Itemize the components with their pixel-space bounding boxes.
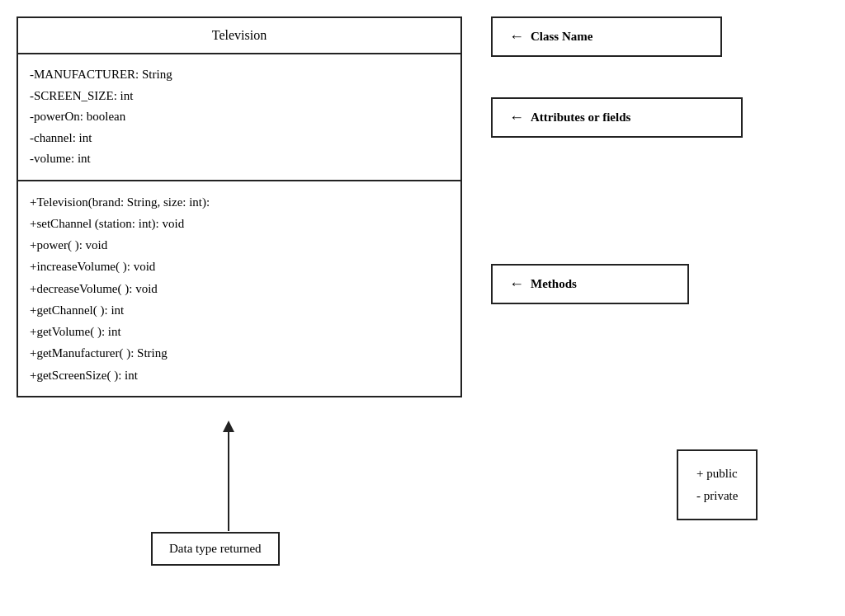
arrow-line xyxy=(228,432,229,531)
methods-arrow-icon: ← xyxy=(509,275,524,293)
visibility-legend: + public - private xyxy=(677,449,758,520)
attributes-annotation: ← Attributes or fields xyxy=(491,97,743,138)
uml-class-box: Television -MANUFACTURER: String -SCREEN… xyxy=(17,16,462,397)
class-name-arrow-icon: ← xyxy=(509,28,524,45)
class-name-section: Television xyxy=(18,18,460,54)
data-type-text: Data type returned xyxy=(169,542,262,555)
attributes-annotation-label: Attributes or fields xyxy=(531,111,630,125)
attributes-arrow-icon: ← xyxy=(509,109,524,126)
method-8: +getManufacturer( ): String xyxy=(30,342,449,364)
uml-diagram: Television -MANUFACTURER: String -SCREEN… xyxy=(17,16,479,397)
method-1: +Television(brand: String, size: int): xyxy=(30,191,449,213)
arrow-head-icon xyxy=(223,421,234,432)
field-4: -channel: int xyxy=(30,128,449,149)
field-2: -SCREEN_SIZE: int xyxy=(30,86,449,107)
method-2: +setChannel (station: int): void xyxy=(30,213,449,234)
data-type-arrow xyxy=(223,421,234,531)
methods-annotation: ← Methods xyxy=(491,264,689,304)
class-name-text: Television xyxy=(212,28,267,42)
method-7: +getVolume( ): int xyxy=(30,321,449,342)
method-3: +power( ): void xyxy=(30,234,449,256)
data-type-callout: Data type returned xyxy=(151,532,280,566)
method-5: +decreaseVolume( ): void xyxy=(30,278,449,299)
private-legend-item: - private xyxy=(696,485,738,507)
field-5: -volume: int xyxy=(30,148,449,170)
class-name-annotation: ← Class Name xyxy=(491,16,722,57)
method-4: +increaseVolume( ): void xyxy=(30,256,449,277)
method-9: +getScreenSize( ): int xyxy=(30,364,449,386)
public-legend-item: + public xyxy=(696,463,738,485)
fields-section: -MANUFACTURER: String -SCREEN_SIZE: int … xyxy=(18,54,460,181)
methods-section: +Television(brand: String, size: int): +… xyxy=(18,181,460,396)
methods-annotation-label: Methods xyxy=(531,277,577,291)
class-name-annotation-label: Class Name xyxy=(531,30,592,44)
method-6: +getChannel( ): int xyxy=(30,299,449,321)
field-3: -powerOn: boolean xyxy=(30,106,449,128)
field-1: -MANUFACTURER: String xyxy=(30,64,449,86)
